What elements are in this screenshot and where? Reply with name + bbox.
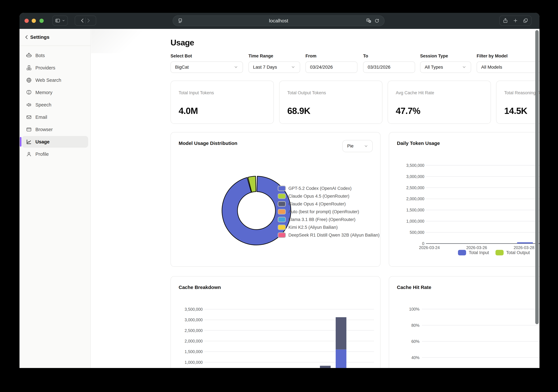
filter-session-type: Session TypeAll Types bbox=[420, 53, 471, 73]
time-range-select[interactable]: Last 7 Days bbox=[248, 61, 300, 73]
nav-buttons bbox=[75, 16, 96, 26]
active-indicator bbox=[20, 137, 21, 147]
legend-item: Auto (best for prompt) (OpenRouter) bbox=[278, 209, 359, 214]
translate-icon[interactable]: A✱ bbox=[366, 18, 372, 24]
svg-text:3,000,000: 3,000,000 bbox=[185, 317, 203, 322]
legend-item: Total Output bbox=[496, 250, 530, 256]
chevron-down-icon bbox=[539, 65, 540, 70]
legend-swatch bbox=[278, 232, 286, 238]
cache-hit-rate-panel: Cache Hit Rate 100%80%60%40% bbox=[389, 276, 540, 368]
daily-token-usage-panel: Daily Token Usage 0500,0001,000,0001,500… bbox=[389, 132, 540, 267]
usage-icon bbox=[26, 139, 32, 145]
filter-label: Session Type bbox=[420, 53, 471, 59]
reload-icon[interactable] bbox=[374, 18, 380, 24]
sidebar-item-memory[interactable]: Memory bbox=[22, 87, 88, 98]
svg-text:3,000,000: 3,000,000 bbox=[406, 174, 424, 179]
forward-icon[interactable] bbox=[86, 18, 91, 23]
legend-item: Llama 3.1 8B (Free) (OpenRouter) bbox=[278, 217, 356, 222]
legend-item: Total Input bbox=[458, 250, 489, 256]
traffic-light-maximize[interactable] bbox=[39, 19, 44, 23]
providers-icon bbox=[26, 65, 32, 71]
filter-time-range: Time RangeLast 7 Days bbox=[248, 53, 300, 73]
legend-item: Claude Opus 4 (OpenRouter) bbox=[278, 201, 346, 207]
filter-value: BigCat bbox=[175, 65, 189, 70]
filter-by-model-select[interactable]: All Models bbox=[477, 61, 540, 73]
sidebar-panel-icon bbox=[55, 18, 61, 23]
cache-breakdown-panel: Cache Breakdown 3,500,0003,000,0002,500,… bbox=[171, 276, 381, 368]
model-usage-panel: Model Usage Distribution Pie GPT-5.2 Cod… bbox=[171, 132, 381, 267]
legend-item: Kimi K2.5 (Aliyun Bailian) bbox=[278, 225, 338, 230]
svg-text:2,000,000: 2,000,000 bbox=[406, 196, 424, 201]
traffic-light-minimize[interactable] bbox=[32, 19, 36, 23]
sidebar-toggle-button[interactable] bbox=[52, 16, 68, 26]
filter-label: To bbox=[363, 53, 415, 59]
chevron-down-icon bbox=[462, 65, 467, 70]
session-type-select[interactable]: All Types bbox=[420, 61, 471, 73]
svg-text:1,000,000: 1,000,000 bbox=[185, 360, 203, 365]
legend-swatch bbox=[496, 250, 504, 256]
stat-card-total-reasoning-tokens: Total Reasoning Tokens14.5K bbox=[496, 81, 540, 124]
address-bar[interactable]: localhost A✱ bbox=[173, 15, 384, 26]
chevron-down-icon bbox=[291, 65, 296, 70]
sidebar-item-profile[interactable]: Profile bbox=[22, 148, 88, 160]
stat-card-total-output-tokens: Total Output Tokens68.9K bbox=[279, 81, 383, 124]
filter-value: All Types bbox=[425, 65, 443, 70]
stat-value: 68.9K bbox=[287, 106, 310, 116]
select-bot-select[interactable]: BigCat bbox=[171, 61, 243, 73]
svg-text:0: 0 bbox=[422, 241, 424, 246]
svg-text:✱: ✱ bbox=[369, 21, 371, 22]
tab-overview-icon[interactable] bbox=[523, 18, 528, 23]
page-title: Usage bbox=[171, 38, 194, 47]
browser-icon bbox=[26, 127, 32, 132]
sidebar-item-email[interactable]: Email bbox=[22, 111, 88, 123]
sidebar-item-web-search[interactable]: Web Search bbox=[22, 74, 88, 86]
to-input[interactable]: 03/31/2026 bbox=[363, 61, 415, 73]
legend-item: DeepSeek R1 Distill Qwen 32B (Aliyun Bai… bbox=[278, 232, 380, 238]
new-tab-icon[interactable] bbox=[513, 18, 518, 23]
legend-swatch bbox=[458, 250, 466, 256]
share-icon[interactable] bbox=[503, 18, 508, 23]
svg-text:1,500,000: 1,500,000 bbox=[406, 208, 424, 212]
filter-value: 03/24/2026 bbox=[310, 65, 333, 70]
chevron-left-icon[interactable] bbox=[24, 34, 30, 40]
filter-label: From bbox=[305, 53, 357, 59]
filter-value: Last 7 Days bbox=[253, 65, 277, 70]
sidebar-nav: BotsProvidersWeb SearchMemorySpeechEmail… bbox=[22, 50, 88, 161]
legend-swatch bbox=[278, 186, 286, 191]
memory-icon bbox=[26, 90, 32, 95]
svg-text:2,500,000: 2,500,000 bbox=[406, 186, 424, 190]
svg-text:60%: 60% bbox=[411, 339, 419, 344]
stat-label: Total Output Tokens bbox=[287, 90, 326, 95]
settings-sidebar: Settings BotsProvidersWeb SearchMemorySp… bbox=[19, 29, 91, 368]
sidebar-item-browser[interactable]: Browser bbox=[22, 124, 88, 135]
traffic-light-close[interactable] bbox=[25, 19, 29, 23]
chevron-down-icon bbox=[234, 65, 238, 70]
svg-text:100%: 100% bbox=[409, 307, 419, 311]
sidebar-item-bots[interactable]: Bots bbox=[22, 50, 88, 61]
browser-window: localhost A✱ Settings BotsProvidersWeb S… bbox=[19, 13, 540, 368]
stat-value: 47.7% bbox=[396, 106, 420, 116]
profile-icon bbox=[26, 151, 32, 157]
legend-swatch bbox=[278, 225, 286, 230]
legend-swatch bbox=[278, 217, 286, 222]
filter-label: Time Range bbox=[248, 53, 300, 59]
sidebar-item-providers[interactable]: Providers bbox=[22, 62, 88, 74]
page-scrollbar[interactable] bbox=[535, 30, 539, 324]
web-search-icon bbox=[26, 77, 32, 83]
filter-label: Filter by Model bbox=[477, 53, 540, 59]
svg-text:A: A bbox=[367, 19, 369, 21]
filter-value: All Models bbox=[481, 65, 502, 70]
svg-text:2,000,000: 2,000,000 bbox=[185, 339, 203, 343]
chevron-down-icon bbox=[62, 19, 65, 22]
legend-swatch bbox=[278, 209, 286, 214]
filter-filter-by-model: Filter by ModelAll Models bbox=[477, 53, 540, 73]
sidebar-item-speech[interactable]: Speech bbox=[22, 99, 88, 111]
daily-chart-legend: Total InputTotal Output bbox=[389, 250, 540, 256]
back-icon[interactable] bbox=[80, 18, 85, 23]
url-text: localhost bbox=[173, 16, 384, 26]
from-input[interactable]: 03/24/2026 bbox=[305, 61, 357, 73]
sidebar-item-usage[interactable]: Usage bbox=[22, 136, 88, 148]
sidebar-header: Settings bbox=[19, 29, 90, 46]
email-icon bbox=[26, 114, 32, 120]
svg-text:1,000,000: 1,000,000 bbox=[406, 219, 424, 223]
